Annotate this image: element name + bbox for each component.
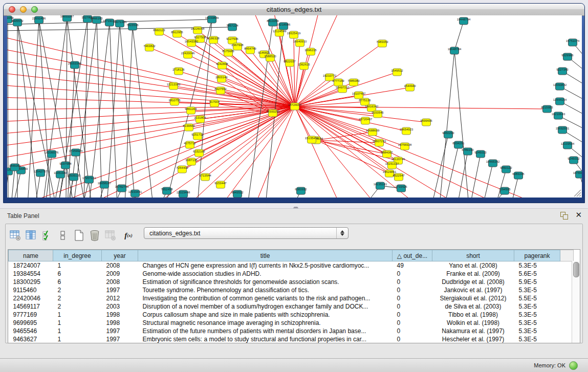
graph-node[interactable]: 8215953 — [541, 105, 553, 113]
float-panel-icon[interactable] — [560, 212, 568, 219]
graph-node[interactable]: 9153545 — [372, 111, 384, 118]
table-cell[interactable]: Estimation of the future numbers of pati… — [138, 327, 393, 335]
column-header-title[interactable]: title — [138, 250, 393, 261]
graph-node[interactable]: 9245013 — [474, 150, 487, 158]
table-cell[interactable]: 1997 — [102, 335, 138, 343]
graph-node[interactable]: 10653287 — [60, 15, 74, 21]
graph-node[interactable]: 9699695 — [420, 119, 432, 126]
table-row[interactable]: 977716911998Corpus callosum shape and si… — [9, 311, 574, 319]
table-cell[interactable]: 2 — [53, 294, 102, 302]
scrollbar-thumb[interactable] — [573, 262, 579, 277]
graph-edge[interactable] — [440, 51, 454, 198]
table-cell[interactable]: 1 — [53, 319, 102, 327]
graph-edge[interactable] — [7, 85, 295, 106]
graph-edge[interactable] — [221, 106, 295, 185]
graph-node[interactable]: 9861203 — [185, 107, 197, 114]
table-cell[interactable]: 1 — [53, 311, 102, 319]
graph-edge[interactable] — [205, 106, 295, 177]
table-cell[interactable]: 0 — [393, 319, 432, 327]
graph-node[interactable]: 6083245 — [512, 172, 525, 179]
graph-edge[interactable] — [67, 18, 92, 198]
graph-node[interactable]: 6152166 — [193, 149, 205, 157]
table-cell[interactable]: 0 — [393, 278, 432, 286]
graph-node[interactable]: 2131804 — [194, 116, 206, 123]
graph-node[interactable]: 8186328 — [207, 36, 220, 43]
graph-edge[interactable] — [125, 27, 133, 198]
graph-node[interactable]: 9450122 — [500, 166, 512, 173]
table-cell[interactable]: 9465546 — [9, 327, 53, 335]
graph-edge[interactable] — [120, 24, 135, 198]
graph-node[interactable]: 7254402 — [176, 166, 188, 173]
graph-node[interactable]: 18226058 — [191, 27, 205, 34]
table-row[interactable]: 1872400712008Changes of HCN gene express… — [9, 261, 574, 270]
column-header-out_de[interactable]: △ out_de... — [393, 250, 432, 261]
graph-node[interactable]: 10784603 — [573, 171, 582, 178]
table-row[interactable]: 1938455462009Genome-wide association stu… — [9, 270, 574, 278]
table-cell[interactable]: 0 — [393, 302, 432, 311]
table-cell[interactable]: 9699695 — [9, 319, 53, 327]
graph-node[interactable]: 8139564 — [183, 124, 195, 131]
table-cell[interactable]: 6 — [53, 270, 102, 278]
graph-node[interactable]: 14135141 — [374, 182, 387, 189]
table-row[interactable]: 911546021997Tourette syndrome. Phenomeno… — [9, 286, 574, 294]
table-cell[interactable]: de Silva et al. (2003) — [432, 302, 514, 311]
table-cell[interactable]: Embryonic stem cells: a model to study s… — [138, 335, 393, 343]
graph-node[interactable]: 1362615 — [298, 62, 310, 70]
table-cell[interactable]: 18300295 — [9, 278, 53, 286]
table-cell[interactable]: 5.3E-5 — [514, 302, 560, 311]
table-cell[interactable]: 5.9E-5 — [514, 278, 560, 286]
graph-node[interactable]: 9227343 — [556, 68, 569, 75]
graph-edge[interactable] — [198, 19, 212, 198]
graph-node[interactable]: 16958167 — [98, 181, 112, 188]
table-cell[interactable]: 5.6E-5 — [514, 270, 560, 278]
table-cell[interactable]: 0 — [393, 335, 432, 343]
graph-node[interactable]: 9197588 — [59, 162, 72, 169]
table-cell[interactable]: 2008 — [102, 261, 138, 270]
graph-edge[interactable] — [7, 106, 295, 171]
graph-node[interactable]: 16640910 — [293, 39, 307, 47]
table-cell[interactable]: 1 — [53, 327, 102, 335]
graph-node[interactable]: 16151327 — [385, 162, 399, 169]
graph-node[interactable]: 8175685 — [222, 49, 234, 56]
function-builder-icon[interactable]: f(x) — [120, 229, 137, 242]
graph-node[interactable]: 12933441 — [128, 190, 142, 197]
graph-edge[interactable] — [222, 79, 273, 113]
table-settings-icon[interactable] — [9, 229, 22, 242]
table-cell[interactable]: Estimation of significance thresholds fo… — [138, 278, 393, 286]
table-cell[interactable]: 6 — [53, 278, 102, 286]
table-cell[interactable]: 2012 — [102, 294, 138, 302]
graph-node[interactable]: 3087135 — [185, 158, 198, 165]
graph-node[interactable]: 8822037 — [284, 59, 296, 67]
table-row[interactable]: 1830029562008Estimation of significance … — [9, 278, 574, 286]
table-cell[interactable]: Dudbridge et al. (2008) — [432, 278, 514, 286]
table-cell[interactable]: 14569117 — [9, 302, 53, 311]
table-cell[interactable]: 1997 — [102, 327, 138, 335]
graph-node[interactable]: 6083932 — [295, 187, 307, 194]
graph-node[interactable]: 1544940 — [404, 84, 416, 91]
graph-node[interactable]: 7463822 — [143, 44, 156, 51]
graph-node[interactable]: 20206576 — [45, 150, 59, 158]
table-cell[interactable]: 22420046 — [9, 294, 53, 302]
table-row[interactable]: 946554611997Estimation of the future num… — [9, 327, 574, 335]
graph-node[interactable]: 7485083 — [347, 79, 360, 86]
table-cell[interactable]: Franke et al. (2009) — [432, 270, 514, 278]
table-cell[interactable]: Wolkin et al. (1998) — [432, 319, 514, 327]
new-table-icon[interactable] — [72, 229, 85, 242]
graph-node[interactable]: 10688609 — [366, 128, 380, 136]
table-cell[interactable]: Yano et al. (2008) — [432, 261, 514, 270]
table-cell[interactable]: 0 — [393, 286, 432, 294]
graph-node[interactable]: 4405572 — [11, 19, 24, 26]
memory-status-icon[interactable] — [569, 361, 578, 370]
table-cell[interactable]: 9777169 — [9, 311, 53, 319]
graph-node[interactable]: 6466160 — [91, 16, 103, 24]
graph-node[interactable]: 9777169 — [332, 79, 344, 86]
table-cell[interactable]: 1998 — [102, 311, 138, 319]
graph-edge[interactable] — [7, 97, 295, 106]
graph-edge[interactable] — [295, 106, 547, 109]
graph-node[interactable]: 10465342 — [486, 160, 500, 167]
table-cell[interactable]: 19384554 — [9, 270, 53, 278]
graph-node[interactable]: 7952458 — [161, 187, 173, 194]
table-row[interactable]: 969969511998Structural magnetic resonanc… — [9, 319, 574, 327]
table-cell[interactable]: 5.3E-5 — [514, 319, 560, 327]
graph-node[interactable]: 11451984 — [54, 171, 68, 178]
